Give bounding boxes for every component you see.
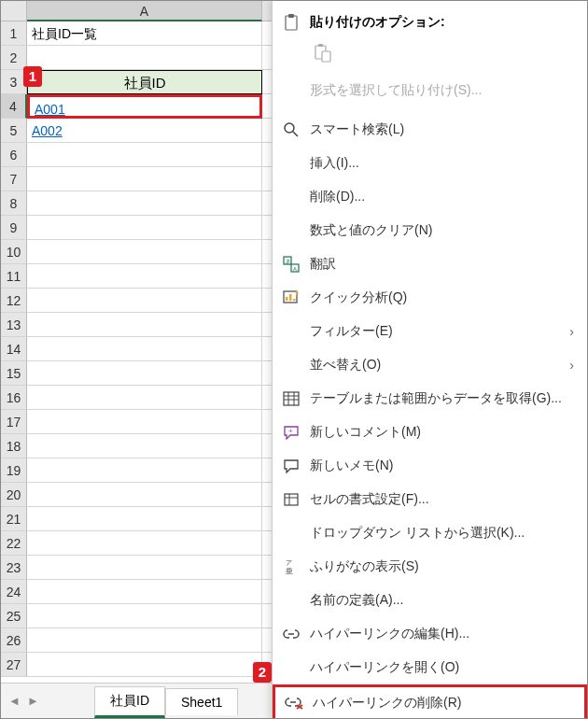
menu-remove-hyperlink[interactable]: ハイパーリンクの削除(R)	[273, 684, 587, 719]
cell-a22[interactable]	[27, 531, 262, 556]
context-menu: 貼り付けのオプション: 形式を選択して貼り付け(S)... スマート検索(L) …	[272, 1, 587, 719]
row-header[interactable]: 27	[1, 653, 27, 677]
menu-get-data[interactable]: テーブルまたは範囲からデータを取得(G)...	[273, 382, 587, 416]
row-header[interactable]: 10	[1, 240, 27, 264]
paste-icon[interactable]	[310, 40, 336, 66]
row-header[interactable]: 26	[1, 628, 27, 653]
menu-sort[interactable]: 並べ替え(O) ›	[273, 348, 587, 382]
row-header[interactable]: 14	[1, 337, 27, 361]
translate-icon: あA	[282, 255, 301, 274]
cell-a17[interactable]	[27, 410, 262, 434]
chevron-right-icon: ›	[569, 324, 574, 339]
table-icon	[282, 389, 301, 408]
select-all-corner[interactable]	[1, 1, 27, 21]
cell-a26[interactable]	[27, 628, 262, 653]
menu-insert[interactable]: 挿入(I)...	[273, 147, 587, 180]
tab-nav: ◄ ►	[1, 694, 94, 711]
row-header[interactable]: 5	[1, 119, 27, 143]
tab-active[interactable]: 社員ID	[94, 686, 165, 718]
menu-edit-hyperlink[interactable]: ハイパーリンクの編集(H)...	[273, 617, 587, 651]
cell-a1[interactable]: 社員ID一覧	[27, 21, 262, 46]
cell-a27[interactable]	[27, 653, 262, 677]
cell-a23[interactable]	[27, 556, 262, 580]
row-header[interactable]: 22	[1, 531, 27, 556]
cell-a13[interactable]	[27, 313, 262, 337]
row-header[interactable]: 6	[1, 143, 27, 167]
svg-rect-15	[284, 392, 299, 405]
menu-new-comment[interactable]: + 新しいコメント(M)	[273, 416, 587, 449]
cell-a16[interactable]	[27, 386, 262, 410]
cell-a2[interactable]	[27, 46, 262, 70]
cell-a8[interactable]	[27, 191, 262, 216]
svg-text:A: A	[293, 266, 297, 272]
search-icon	[282, 120, 301, 139]
row-header[interactable]: 13	[1, 313, 27, 337]
row-header[interactable]: 9	[1, 216, 27, 240]
svg-rect-3	[318, 44, 323, 47]
quick-analysis-icon	[282, 289, 301, 307]
cell-a5[interactable]: A002	[27, 119, 262, 143]
menu-paste-special: 形式を選択して貼り付け(S)...	[273, 74, 587, 107]
tab-prev-icon[interactable]: ◄	[8, 694, 25, 711]
cell-a6[interactable]	[27, 143, 262, 167]
row-header[interactable]: 12	[1, 289, 27, 313]
svg-rect-12	[286, 297, 288, 301]
menu-delete[interactable]: 削除(D)...	[273, 180, 587, 214]
row-header[interactable]: 18	[1, 434, 27, 458]
row-header[interactable]: 15	[1, 361, 27, 386]
chevron-right-icon: ›	[569, 358, 574, 373]
menu-define-name[interactable]: 名前の定義(A)...	[273, 584, 587, 617]
row-header[interactable]: 20	[1, 483, 27, 507]
cell-a18[interactable]	[27, 434, 262, 458]
clipboard-icon	[284, 14, 299, 31]
menu-filter[interactable]: フィルター(E) ›	[273, 315, 587, 348]
menu-dropdown-select[interactable]: ドロップダウン リストから選択(K)...	[273, 516, 587, 550]
cell-a3[interactable]: 社員ID	[27, 70, 262, 94]
cell-a11[interactable]	[27, 264, 262, 289]
menu-open-hyperlink[interactable]: ハイパーリンクを開く(O)	[273, 651, 587, 684]
column-header-a[interactable]: A	[27, 1, 262, 21]
svg-text:+: +	[288, 427, 293, 435]
row-header[interactable]: 17	[1, 410, 27, 434]
row-header[interactable]: 19	[1, 458, 27, 483]
cell-a19[interactable]	[27, 458, 262, 483]
menu-quick-analysis[interactable]: クイック分析(Q)	[273, 281, 587, 315]
row-header[interactable]: 24	[1, 580, 27, 604]
row-header[interactable]: 4	[1, 94, 27, 119]
cell-a12[interactable]	[27, 289, 262, 313]
cell-a25[interactable]	[27, 604, 262, 628]
menu-translate[interactable]: あA 翻訳	[273, 247, 587, 281]
row-header[interactable]: 16	[1, 386, 27, 410]
cell-a9[interactable]	[27, 216, 262, 240]
row-header[interactable]: 7	[1, 167, 27, 191]
cell-a20[interactable]	[27, 483, 262, 507]
link-icon	[282, 625, 301, 643]
menu-new-note[interactable]: 新しいメモ(N)	[273, 449, 587, 483]
tab-sheet1[interactable]: Sheet1	[165, 688, 238, 715]
menu-furigana[interactable]: ア亜 ふりがなの表示(S)	[273, 550, 587, 584]
row-header[interactable]: 23	[1, 556, 27, 580]
row-header[interactable]: 1	[1, 21, 27, 46]
cell-a15[interactable]	[27, 361, 262, 386]
svg-rect-14	[293, 299, 296, 301]
row-header[interactable]: 8	[1, 191, 27, 216]
svg-rect-13	[289, 294, 292, 301]
menu-smart-lookup[interactable]: スマート検索(L)	[273, 113, 587, 147]
svg-text:ア: ア	[286, 559, 292, 566]
cell-a24[interactable]	[27, 580, 262, 604]
paste-icon-row	[273, 36, 587, 74]
row-header[interactable]: 11	[1, 264, 27, 289]
cell-a10[interactable]	[27, 240, 262, 264]
menu-format-cells[interactable]: セルの書式設定(F)...	[273, 483, 587, 516]
row-header[interactable]: 21	[1, 507, 27, 531]
cell-a7[interactable]	[27, 167, 262, 191]
svg-rect-1	[288, 14, 294, 18]
tab-next-icon[interactable]: ►	[27, 694, 44, 711]
cell-a14[interactable]	[27, 337, 262, 361]
svg-point-5	[285, 123, 294, 133]
cell-a21[interactable]	[27, 507, 262, 531]
menu-clear[interactable]: 数式と値のクリア(N)	[273, 214, 587, 247]
row-header[interactable]: 25	[1, 604, 27, 628]
paste-options-title: 貼り付けのオプション:	[273, 7, 587, 36]
cell-a4[interactable]: A001	[27, 94, 262, 119]
